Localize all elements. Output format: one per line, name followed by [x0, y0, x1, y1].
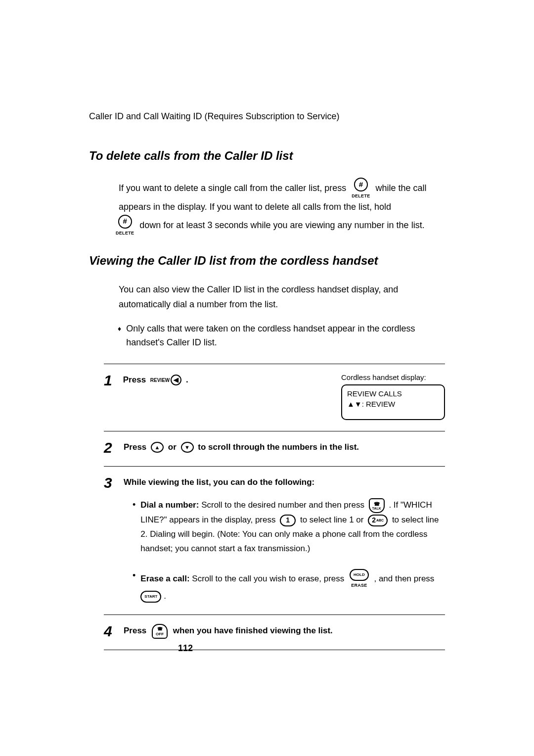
- hash-delete-key-icon: # DELETE: [116, 215, 134, 237]
- text: when you have finished viewing the list.: [173, 626, 333, 636]
- step-number: 1: [104, 373, 114, 388]
- section2-intro: You can also view the Caller ID list in …: [119, 283, 445, 312]
- delete-sublabel: DELETE: [352, 192, 370, 200]
- two: 2: [372, 515, 376, 526]
- hold-erase-key-icon: HOLD ERASE: [350, 569, 369, 589]
- section-title-viewing: Viewing the Caller ID list from the cord…: [89, 254, 445, 268]
- handset-display-area: Cordless handset display: REVIEW CALLS ▲…: [341, 373, 445, 420]
- page-header: Caller ID and Call Waiting ID (Requires …: [89, 111, 445, 122]
- page-number: 112: [178, 643, 193, 654]
- off-key-icon: ☎ OFF: [152, 624, 168, 639]
- step1-content: Press REVIEW ◀ .: [123, 373, 331, 420]
- hash-icon: #: [118, 215, 132, 229]
- hash-delete-key-icon: # DELETE: [352, 178, 370, 200]
- review-key-icon: REVIEW ◀: [150, 375, 181, 385]
- step3-lead: While viewing the list, you can do the f…: [124, 475, 445, 490]
- step-3: 3 While viewing the list, you can do the…: [104, 467, 445, 615]
- two-key-icon: 2ABC: [368, 515, 388, 526]
- diamond-bullet-icon: ♦: [118, 322, 121, 335]
- display-line2: ▲▼: REVIEW: [347, 399, 439, 409]
- start-key-icon: START: [140, 591, 161, 603]
- step-number: 2: [104, 440, 115, 455]
- text: to scroll through the numbers in the lis…: [198, 442, 359, 452]
- display-line1: REVIEW CALLS: [347, 388, 439, 399]
- text: Press: [124, 626, 149, 636]
- text: Press: [123, 375, 148, 384]
- delete-sublabel: DELETE: [116, 230, 134, 237]
- step3-content: While viewing the list, you can do the f…: [124, 475, 445, 604]
- phone-glyph: ☎: [157, 626, 163, 632]
- talk-label: TALK: [372, 507, 381, 510]
- dial-label: Dial a number:: [140, 501, 199, 510]
- text: down for at least 3 seconds while you ar…: [139, 220, 424, 230]
- hash-icon: #: [354, 178, 368, 191]
- text: Press: [124, 442, 149, 452]
- off-label: OFF: [156, 632, 164, 637]
- down-arrow-icon: ▼: [181, 442, 194, 453]
- step2-content: Press ▲ or ▼ to scroll through the numbe…: [124, 440, 445, 455]
- step4-content: Press ☎ OFF when you have finished viewi…: [124, 624, 445, 639]
- erase-label: Erase a call:: [140, 574, 189, 583]
- steps-list: 1 Press REVIEW ◀ . Cordless handset disp…: [104, 364, 445, 651]
- text: , and then press: [374, 574, 434, 583]
- phone-glyph: ☎: [374, 502, 380, 507]
- manual-page: Caller ID and Call Waiting ID (Requires …: [89, 111, 445, 650]
- bullet-text: Only calls that were taken on the cordle…: [126, 322, 445, 350]
- step-4: 4 Press ☎ OFF when you have finished vie…: [104, 615, 445, 650]
- step-number: 3: [104, 475, 115, 490]
- text: .: [164, 591, 166, 601]
- review-text: REVIEW: [150, 376, 170, 384]
- abc-sub: ABC: [376, 518, 384, 523]
- erase-call-bullet: • Erase a call: Scroll to the call you w…: [133, 569, 445, 604]
- text: .: [186, 375, 188, 384]
- section1-body: If you want to delete a single call from…: [119, 178, 445, 236]
- section-title-delete: To delete calls from the Caller ID list: [89, 149, 445, 163]
- display-box: REVIEW CALLS ▲▼: REVIEW: [341, 384, 445, 420]
- up-arrow-icon: ▲: [151, 442, 164, 453]
- step-2: 2 Press ▲ or ▼ to scroll through the num…: [104, 431, 445, 467]
- text: or: [168, 442, 179, 452]
- left-arrow-icon: ◀: [171, 375, 181, 385]
- dial-number-bullet: • Dial a number: Scroll to the desired n…: [133, 498, 445, 556]
- text: to select line 1 or: [300, 515, 366, 524]
- one-key-icon: 1: [280, 515, 296, 526]
- step-number: 4: [104, 624, 115, 639]
- text: If you want to delete a single call from…: [119, 183, 349, 193]
- bullet-dot-icon: •: [133, 569, 135, 582]
- text: Scroll to the call you wish to erase, pr…: [192, 574, 347, 583]
- hold-label: HOLD: [350, 569, 369, 581]
- section2-bullet: ♦ Only calls that were taken on the cord…: [119, 322, 445, 350]
- text: Scroll to the desired number and then pr…: [201, 501, 367, 510]
- talk-key-icon: ☎ TALK: [369, 498, 385, 513]
- bullet-dot-icon: •: [133, 498, 135, 511]
- step-1: 1 Press REVIEW ◀ . Cordless handset disp…: [104, 364, 445, 431]
- erase-sublabel: ERASE: [351, 582, 367, 589]
- display-caption: Cordless handset display:: [341, 373, 445, 381]
